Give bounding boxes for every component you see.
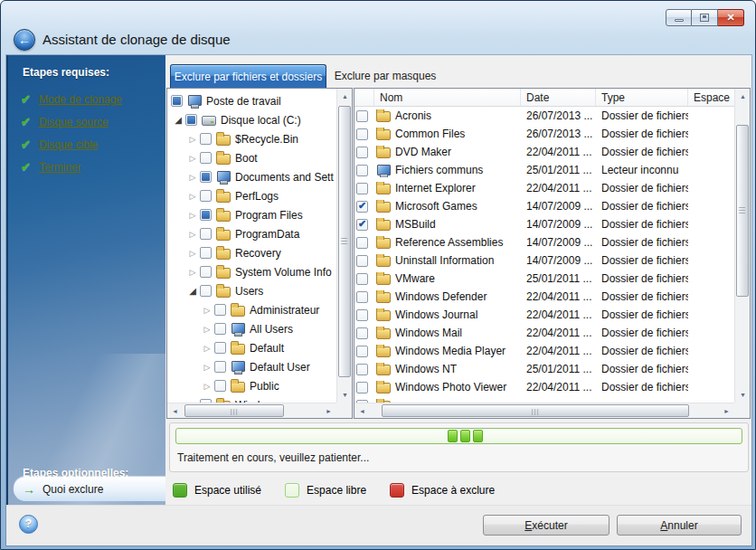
list-item[interactable]: MSBuild14/07/2009 ...Dossier de fichiers xyxy=(354,215,734,233)
expander-expanded-icon[interactable]: ◢ xyxy=(185,286,200,296)
step-link[interactable]: Mode de clonage xyxy=(39,93,122,106)
list-item[interactable]: Windows Journal22/04/2011 ...Dossier de … xyxy=(354,306,734,324)
list-vscroll-thumb[interactable]: ||| xyxy=(736,125,749,297)
list-checkbox[interactable] xyxy=(356,364,368,375)
sidebar-step-terminer[interactable]: ✔Terminer xyxy=(8,156,165,178)
expander-collapsed-icon[interactable]: ▷ xyxy=(200,306,214,315)
tree-checkbox[interactable] xyxy=(200,266,212,278)
tab-exclude-files-folders[interactable]: Exclure par fichiers et dossiers xyxy=(170,64,326,88)
expander-collapsed-icon[interactable]: ▷ xyxy=(185,211,200,220)
expander-collapsed-icon[interactable]: ▷ xyxy=(185,135,200,144)
tree-item[interactable]: ▷System Volume Info xyxy=(167,262,336,281)
list-vertical-scrollbar[interactable]: ▲ ||| ▼ xyxy=(734,89,750,403)
sidebar-step-mode-de-clonage[interactable]: ✔Mode de clonage xyxy=(8,88,165,110)
back-button[interactable]: ← xyxy=(14,29,35,51)
tree-item[interactable]: ▷Public xyxy=(167,376,336,395)
list-checkbox[interactable] xyxy=(356,346,368,357)
column-espace[interactable]: Espace xyxy=(688,89,734,106)
list-checkbox[interactable] xyxy=(356,110,368,122)
tree-hscroll-thumb[interactable]: ||| xyxy=(184,404,284,417)
list-checkbox[interactable] xyxy=(356,147,368,158)
tree-item[interactable]: ▷PerfLogs xyxy=(167,186,336,205)
tree-checkbox[interactable] xyxy=(200,133,212,145)
tree-checkbox[interactable] xyxy=(214,380,226,392)
list-item[interactable]: Reference Assemblies14/07/2009 ...Dossie… xyxy=(354,233,734,251)
scroll-left-icon[interactable]: ◄ xyxy=(354,403,370,419)
tree-vertical-scrollbar[interactable]: ▲ ||| ▼ xyxy=(336,89,352,403)
tree-item[interactable]: ▷Documents and Sett xyxy=(167,167,336,186)
tree-vscroll-thumb[interactable]: ||| xyxy=(338,106,351,377)
list-item[interactable]: Fichiers communs25/01/2011 ...Lecteur in… xyxy=(354,161,734,179)
list-hscroll-thumb[interactable]: ||| xyxy=(382,404,689,417)
expander-collapsed-icon[interactable]: ▷ xyxy=(185,154,200,163)
step-link[interactable]: Disque cible xyxy=(39,138,98,151)
column-checkbox[interactable] xyxy=(354,89,374,106)
tree-horizontal-scrollbar[interactable]: ◄ ||| ► xyxy=(167,403,336,418)
expander-collapsed-icon[interactable]: ▷ xyxy=(200,344,214,353)
tree-checkbox[interactable] xyxy=(200,228,212,240)
expander-collapsed-icon[interactable]: ▷ xyxy=(185,249,200,258)
sidebar-item-quoi-exclure[interactable]: → Quoi exclure xyxy=(14,477,165,501)
tree-item[interactable]: ◢Disque local (C:) xyxy=(167,110,336,129)
minimize-button[interactable] xyxy=(666,9,692,26)
scroll-up-icon[interactable]: ▲ xyxy=(735,89,751,104)
tree-checkbox[interactable] xyxy=(214,323,226,335)
expander-collapsed-icon[interactable]: ▷ xyxy=(185,268,200,277)
list-item[interactable]: VMware25/01/2011 ...Dossier de fichiers xyxy=(354,270,734,288)
list-item[interactable] xyxy=(354,396,734,403)
expander-collapsed-icon[interactable]: ▷ xyxy=(200,325,214,334)
list-item[interactable]: Internet Explorer22/04/2011 ...Dossier d… xyxy=(354,179,734,197)
list-item[interactable]: DVD Maker22/04/2011 ...Dossier de fichie… xyxy=(354,143,734,161)
step-link[interactable]: Terminer xyxy=(39,161,81,174)
list-item[interactable]: Windows Media Player22/04/2011 ...Dossie… xyxy=(354,342,734,360)
scroll-left-icon[interactable]: ◄ xyxy=(167,403,183,419)
list-checkbox[interactable] xyxy=(356,219,368,231)
expander-collapsed-icon[interactable]: ▷ xyxy=(185,192,200,201)
expander-collapsed-icon[interactable]: ▷ xyxy=(185,230,200,239)
list-item[interactable]: Windows Photo Viewer22/04/2011 ...Dossie… xyxy=(354,378,734,396)
tree-checkbox[interactable] xyxy=(200,190,212,202)
execute-button[interactable]: Exécuter xyxy=(483,515,610,536)
expander-collapsed-icon[interactable]: ▷ xyxy=(200,363,214,372)
tree-item[interactable]: ▷Default User xyxy=(167,357,336,376)
list-checkbox[interactable] xyxy=(356,237,368,249)
list-checkbox[interactable] xyxy=(356,382,368,394)
column-nom[interactable]: Nom xyxy=(374,89,521,106)
column-type[interactable]: Type xyxy=(596,89,688,106)
list-checkbox[interactable] xyxy=(356,255,368,267)
tree-item[interactable]: Poste de travail xyxy=(167,91,336,110)
tree-checkbox[interactable] xyxy=(200,285,212,297)
tree-checkbox[interactable] xyxy=(214,304,226,316)
cancel-button[interactable]: Annuler xyxy=(617,515,742,536)
tree-checkbox[interactable] xyxy=(214,342,226,354)
list-checkbox[interactable] xyxy=(356,165,368,176)
expander-expanded-icon[interactable]: ◢ xyxy=(171,115,185,125)
scroll-right-icon[interactable]: ► xyxy=(321,403,336,419)
list-item[interactable]: Windows Defender22/04/2011 ...Dossier de… xyxy=(354,288,734,306)
expander-collapsed-icon[interactable]: ▷ xyxy=(185,173,200,182)
list-checkbox[interactable] xyxy=(356,128,368,140)
tree-item[interactable]: ▷Default xyxy=(167,338,336,357)
sidebar-step-disque-cible[interactable]: ✔Disque cible xyxy=(8,133,165,156)
tree-item[interactable]: ◢Users xyxy=(167,281,336,300)
scroll-down-icon[interactable]: ▼ xyxy=(337,387,353,403)
tree-item[interactable]: ▷Recovery xyxy=(167,243,336,262)
close-button[interactable]: ✕ xyxy=(718,9,744,26)
tree-checkbox[interactable] xyxy=(200,209,212,221)
list-item[interactable]: Microsoft Games14/07/2009 ...Dossier de … xyxy=(354,197,734,215)
tree-checkbox[interactable] xyxy=(200,152,212,164)
tree-item[interactable]: ▷Windows xyxy=(167,395,336,403)
help-button[interactable]: ? xyxy=(19,515,38,534)
list-checkbox[interactable] xyxy=(356,309,368,321)
maximize-button[interactable] xyxy=(692,9,718,26)
tree-item[interactable]: ▷All Users xyxy=(167,319,336,338)
tab-exclude-masks[interactable]: Exclure par masques xyxy=(330,64,440,88)
scroll-down-icon[interactable]: ▼ xyxy=(735,387,751,403)
step-link[interactable]: Disque source xyxy=(39,116,109,128)
tree-checkbox[interactable] xyxy=(185,114,197,126)
list-checkbox[interactable] xyxy=(356,183,368,194)
list-checkbox[interactable] xyxy=(356,291,368,303)
tree-item[interactable]: ▷ProgramData xyxy=(167,224,336,243)
expander-collapsed-icon[interactable]: ▷ xyxy=(200,382,214,391)
list-horizontal-scrollbar[interactable]: ◄ ||| ► xyxy=(354,403,734,418)
